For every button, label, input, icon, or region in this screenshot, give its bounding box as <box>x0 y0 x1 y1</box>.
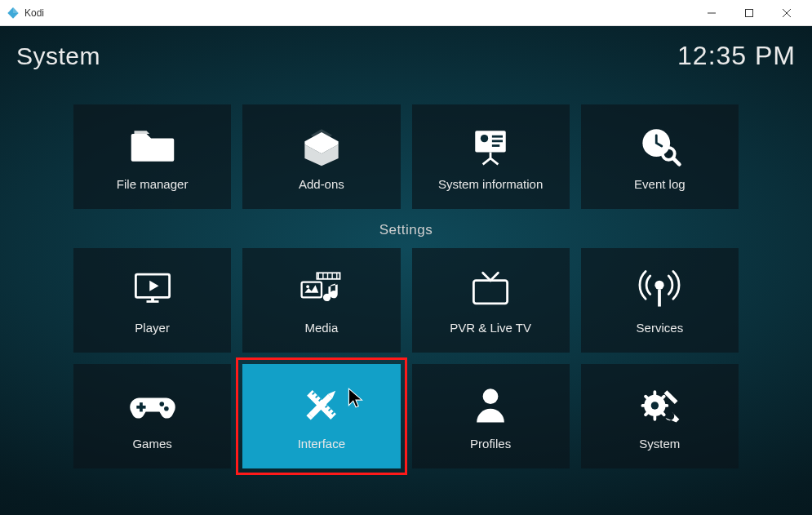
broadcast-icon <box>635 267 684 311</box>
svg-point-26 <box>651 402 659 409</box>
tile-label: Services <box>637 321 684 335</box>
tile-games[interactable]: Games <box>73 364 231 468</box>
window-titlebar: Kodi <box>0 0 812 26</box>
svg-rect-16 <box>659 289 662 306</box>
header: System 12:35 PM <box>16 41 796 71</box>
clock-search-icon <box>635 123 684 167</box>
tile-interface[interactable]: Interface <box>242 364 400 468</box>
gamepad-icon <box>128 383 177 427</box>
tile-profiles[interactable]: Profiles <box>412 364 570 468</box>
svg-rect-5 <box>492 144 499 147</box>
tile-player[interactable]: Player <box>73 248 231 353</box>
tile-label: Interface <box>298 437 345 451</box>
svg-rect-11 <box>302 282 322 297</box>
tile-file-manager[interactable]: File manager <box>73 104 231 209</box>
tile-add-ons[interactable]: Add-ons <box>242 104 400 209</box>
svg-rect-3 <box>492 135 503 137</box>
settings-grid: File manager Add-ons System information … <box>73 104 739 468</box>
tile-label: Add-ons <box>299 177 344 191</box>
tile-media[interactable]: Media <box>242 248 400 353</box>
svg-rect-4 <box>492 140 503 142</box>
kodi-app: System 12:35 PM File manager Add-ons <box>0 26 812 515</box>
tile-label: System <box>639 437 680 451</box>
maximize-button[interactable] <box>730 0 768 26</box>
tile-pvr-live-tv[interactable]: PVR & Live TV <box>412 248 570 353</box>
monitor-play-icon <box>128 267 177 311</box>
svg-rect-10 <box>151 297 154 301</box>
tile-label: PVR & Live TV <box>450 321 531 335</box>
tile-label: Games <box>132 437 171 451</box>
svg-point-15 <box>655 280 664 289</box>
presentation-icon <box>466 123 515 167</box>
tile-label: Media <box>304 321 338 335</box>
row-settings-2: Games Interface Profiles <box>73 364 739 468</box>
tile-label: System information <box>438 177 543 191</box>
tile-event-log[interactable]: Event log <box>581 104 739 209</box>
svg-point-19 <box>159 402 164 406</box>
tile-label: Player <box>135 321 170 335</box>
minimize-button[interactable] <box>693 0 730 26</box>
person-icon <box>466 383 515 427</box>
tile-system-information[interactable]: System information <box>412 104 570 209</box>
page-title: System <box>16 42 100 70</box>
svg-point-24 <box>483 388 499 404</box>
box-icon <box>297 123 346 167</box>
row-settings-1: Player Media PVR & Live TV Services <box>73 248 739 353</box>
tv-icon <box>466 267 515 311</box>
ruler-pencil-icon <box>297 383 346 427</box>
media-icon <box>297 267 346 311</box>
tile-label: Event log <box>634 177 686 191</box>
svg-rect-18 <box>136 405 145 408</box>
clock: 12:35 PM <box>677 41 796 71</box>
tile-label: Profiles <box>470 437 511 451</box>
row-system-tools: File manager Add-ons System information … <box>73 104 739 209</box>
tile-label: File manager <box>117 177 189 191</box>
folder-icon <box>128 123 177 167</box>
svg-point-20 <box>164 406 169 411</box>
svg-rect-0 <box>746 9 753 16</box>
svg-rect-14 <box>474 280 508 303</box>
cursor-icon <box>347 387 365 410</box>
kodi-logo-icon <box>7 7 20 20</box>
section-label-settings: Settings <box>73 222 739 238</box>
window-title: Kodi <box>24 7 693 19</box>
tile-services[interactable]: Services <box>581 248 739 353</box>
tile-system[interactable]: System <box>581 364 739 468</box>
gear-tools-icon <box>635 383 684 427</box>
svg-point-12 <box>306 285 309 288</box>
close-button[interactable] <box>768 0 805 26</box>
